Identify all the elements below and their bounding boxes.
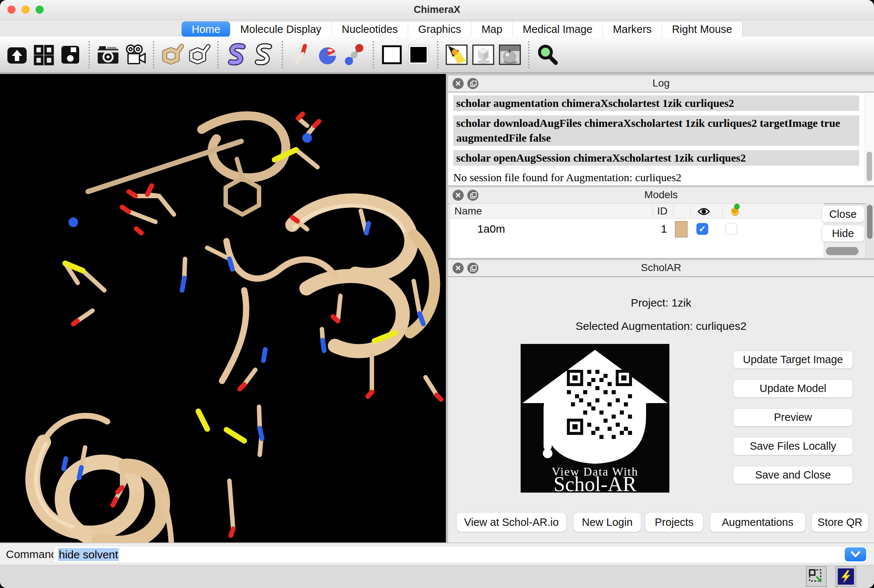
augmentations-button[interactable]: Augmentations [710,512,806,532]
recent-files-icon [32,43,56,67]
full-lighting-button[interactable] [497,40,523,69]
tab-right-mouse[interactable]: Right Mouse [662,21,742,37]
hide-cartoons-button[interactable] [250,40,277,69]
show-atoms-icon [161,43,184,67]
soft-lighting-button[interactable] [470,40,497,69]
hide-atoms-icon [187,43,211,67]
selection-mode-button[interactable] [806,566,827,587]
projects-button[interactable]: Projects [645,512,703,532]
log-content[interactable]: scholar augmentation chimeraXscholartest… [448,93,874,185]
solvent-spheres [68,133,312,227]
fast-mode-button[interactable] [835,566,856,587]
models-scrollbar-thumb[interactable] [867,205,872,239]
model-color-swatch[interactable] [675,221,688,237]
tab-map[interactable]: Map [472,21,512,37]
scholar-content: Project: 1zik Selected Augmentation: cur… [448,276,874,543]
stick-style-button[interactable] [288,40,314,69]
home-toolbar [0,37,874,73]
graphics-viewport[interactable] [0,74,446,543]
show-cartoons-icon [225,43,249,67]
update-model-button[interactable]: Update Model [733,380,853,398]
show-atoms-button[interactable] [159,40,186,69]
zoom-button[interactable] [534,40,561,69]
log-scrollbar-thumb[interactable] [866,152,872,181]
models-buttons-scrollbar[interactable] [826,247,859,255]
store-qr-button[interactable]: Store QR [811,512,868,532]
hide-atoms-button[interactable] [186,40,212,69]
view-at-scholar-io-button[interactable]: View at Schol-AR.io [456,512,566,532]
molecule-render[interactable] [0,74,446,543]
shown-column-eye-icon [697,207,710,216]
ball-and-stick-icon [342,43,366,67]
preview-button[interactable]: Preview [733,408,853,426]
ball-and-stick-button[interactable] [341,40,368,69]
log-panel-title: Log [448,75,874,91]
toolbar-separator [89,41,90,68]
status-bar [0,565,874,588]
white-background-button[interactable] [379,40,405,69]
recent-files-button[interactable] [30,40,57,69]
command-input[interactable]: hide solvent [53,546,868,563]
model-selected-checkbox[interactable] [725,223,737,235]
command-bar: Command: hide solvent [0,543,874,565]
command-text-selected: hide solvent [58,548,119,561]
models-table-header: Name ID ☝ [450,204,824,219]
record-movie-icon [123,43,147,67]
log-scrollbar[interactable] [865,93,874,185]
snapshot-icon [96,43,120,67]
tab-molecule-display[interactable]: Molecule Display [230,21,332,37]
select-column-hand-icon: ☝ [728,203,742,216]
show-cartoons-button[interactable] [224,40,250,69]
model-row[interactable]: 1a0m 1 ✓ [450,219,824,239]
white-background-icon [380,43,404,67]
lightning-icon [838,568,854,585]
log-entry: No session file found for Augmentation: … [453,170,859,185]
main-area: ✕ Log scholar augmentation chimeraXschol… [0,73,874,543]
black-background-icon [407,43,431,67]
models-table: Name ID ☝ 1a0m 1 [450,203,824,258]
command-history-dropdown[interactable] [845,548,866,561]
models-scrollbar[interactable] [865,203,874,258]
selection-resize-icon [808,568,824,585]
tab-graphics[interactable]: Graphics [408,21,472,37]
update-target-image-button[interactable]: Update Target Image [733,351,853,369]
scholar-panel-title: ScholAR [448,260,874,276]
model-shown-checkbox[interactable]: ✓ [697,223,708,235]
save-icon [59,43,82,67]
protein-ribbons [33,116,434,543]
tab-home[interactable]: Home [182,21,230,37]
chimerax-window: ChimeraX Home Molecule Display Nucleotid… [0,0,874,588]
toolbar-tabs: Home Molecule Display Nucleotides Graphi… [181,21,743,38]
toolbar-separator [282,41,283,68]
scholar-panel: ✕ ScholAR Project: 1zik Selected Augment… [448,260,874,543]
model-id: 1 [661,219,667,239]
new-login-button[interactable]: New Login [573,512,641,532]
open-file-button[interactable] [4,40,30,69]
toolbar-separator [437,41,439,68]
record-movie-button[interactable] [122,40,148,69]
simple-lighting-button[interactable] [443,40,470,69]
tab-nucleotides[interactable]: Nucleotides [332,21,408,37]
simple-lighting-icon [445,43,469,67]
qr-caption-line2: Schol-AR [554,472,637,493]
tab-medical-image[interactable]: Medical Image [513,21,603,37]
save-and-close-button[interactable]: Save and Close [733,466,853,484]
window-title: ChimeraX [0,0,874,20]
log-panel: ✕ Log scholar augmentation chimeraXschol… [448,75,874,185]
column-name[interactable]: Name [454,204,482,219]
snapshot-button[interactable] [95,40,122,69]
column-id[interactable]: ID [657,204,668,219]
toolbar-separator [153,41,154,68]
sphere-style-button[interactable] [314,40,341,69]
selected-augmentation-label: Selected Augmentation: curliques2 [448,320,874,333]
tab-markers[interactable]: Markers [603,21,662,37]
model-close-button[interactable]: Close [821,206,864,223]
log-entry: scholar downloadAugFiles chimeraXscholar… [453,116,859,146]
save-button[interactable] [57,40,84,69]
side-panels: ✕ Log scholar augmentation chimeraXschol… [448,73,874,543]
log-entry: scholar openAugSession chimeraXscholarte… [453,150,859,166]
black-background-button[interactable] [405,40,432,69]
model-hide-button[interactable]: Hide [821,225,864,242]
save-files-locally-button[interactable]: Save Files Locally [733,437,853,455]
scholar-qr-image: View Data With Schol-AR [521,344,669,493]
